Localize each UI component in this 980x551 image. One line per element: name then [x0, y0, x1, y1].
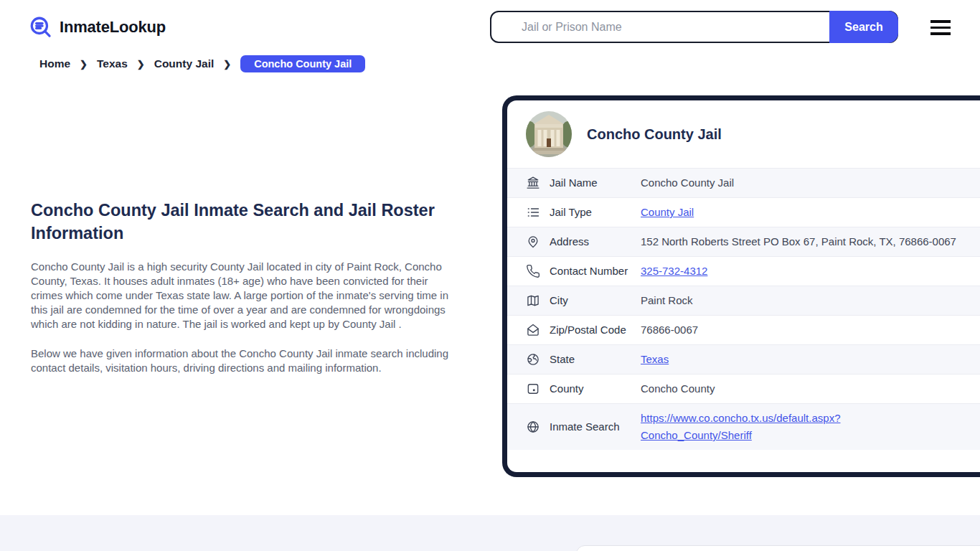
breadcrumb: Home ❯ Texas ❯ County Jail ❯ Concho Coun… [39, 55, 365, 72]
search-bar: Search [490, 11, 898, 43]
row-label: Inmate Search [550, 418, 641, 435]
table-row: Contact Number 325-732-4312 [507, 256, 980, 286]
courthouse-photo [526, 111, 572, 157]
phone-icon [526, 264, 540, 278]
logo-search-icon [29, 15, 53, 39]
breadcrumb-county-jail[interactable]: County Jail [154, 57, 215, 70]
brand-logo[interactable]: InmateLookup [29, 15, 166, 39]
earth-icon [526, 352, 540, 367]
row-value: 325-732-4312 [641, 263, 707, 280]
row-value-link[interactable]: 325-732-4312 [641, 265, 707, 277]
table-row: State Texas [507, 344, 980, 374]
chevron-right-icon: ❯ [80, 59, 88, 70]
jail-info-card: Concho County Jail Jail Name Concho Coun… [502, 95, 980, 477]
table-row: Inmate Search https://www.co.concho.tx.u… [507, 403, 980, 450]
chevron-right-icon: ❯ [223, 59, 231, 70]
breadcrumb-current-badge: Concho County Jail [240, 55, 365, 72]
row-value: Texas [641, 351, 669, 368]
row-value: 76866-0067 [641, 321, 698, 339]
search-button[interactable]: Search [829, 11, 898, 43]
county-icon [526, 382, 540, 396]
table-row: Address 152 North Roberts Street PO Box … [507, 227, 980, 256]
row-value-link[interactable]: County Jail [641, 206, 694, 218]
row-value-link[interactable]: https://www.co.concho.tx.us/default.aspx… [641, 410, 877, 444]
row-label: Jail Type [550, 204, 641, 221]
list-icon [526, 205, 540, 220]
globe-icon [526, 420, 540, 434]
table-row: County Concho County [507, 374, 980, 403]
page: InmateLookup Search Home ❯ Texas ❯ Count… [0, 0, 980, 551]
brand-name: InmateLookup [60, 18, 166, 37]
chevron-right-icon: ❯ [137, 59, 145, 70]
summary-paragraph: Below we have given information about th… [31, 347, 457, 375]
mail-icon [526, 323, 540, 337]
row-label: Jail Name [550, 174, 641, 192]
row-label: State [550, 351, 641, 368]
article: Concho County Jail Inmate Search and Jai… [31, 199, 457, 375]
row-label: Contact Number [550, 263, 641, 280]
jail-detail-table: Jail Name Concho County Jail Jail Type C… [507, 168, 980, 450]
table-row: Jail Name Concho County Jail [507, 168, 980, 197]
bank-icon [526, 176, 540, 190]
row-value: County Jail [641, 204, 694, 221]
row-label: Address [550, 233, 641, 250]
map-pin-icon [526, 235, 540, 249]
hamburger-menu-icon[interactable] [930, 20, 951, 35]
table-row: Jail Type County Jail [507, 197, 980, 227]
row-value: Paint Rock [641, 292, 693, 309]
jail-card-title: Concho County Jail [587, 126, 722, 143]
page-title: Concho County Jail Inmate Search and Jai… [31, 199, 457, 245]
intro-paragraph: Concho County Jail is a high security Co… [31, 260, 457, 331]
row-label: City [550, 292, 641, 309]
breadcrumb-texas[interactable]: Texas [97, 57, 128, 70]
row-value: Concho County Jail [641, 174, 734, 192]
row-value: https://www.co.concho.tx.us/default.aspx… [641, 410, 877, 444]
map-icon [526, 293, 540, 308]
table-row: City Paint Rock [507, 286, 980, 315]
row-value: Concho County [641, 380, 715, 397]
row-value: 152 North Roberts Street PO Box 67, Pain… [641, 233, 956, 250]
row-value-link[interactable]: Texas [641, 353, 669, 365]
breadcrumb-home[interactable]: Home [39, 57, 70, 70]
row-label: Zip/Postal Code [550, 321, 641, 339]
row-label: County [550, 380, 641, 397]
next-section-card [576, 545, 980, 551]
card-header: Concho County Jail [507, 100, 980, 168]
table-row: Zip/Postal Code 76866-0067 [507, 315, 980, 344]
